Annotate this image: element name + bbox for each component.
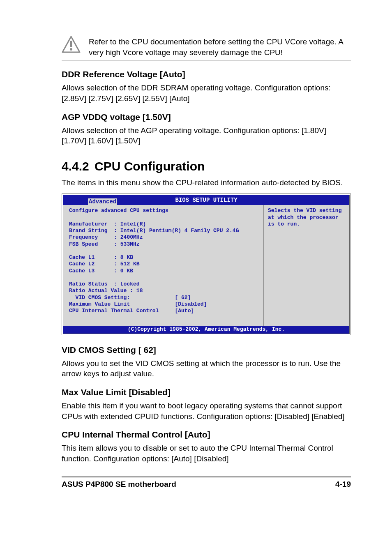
bios-screenshot: BIOS SETUP UTILITY Advanced Configure ad… (62, 193, 351, 335)
bios-tab-advanced: Advanced (88, 198, 117, 206)
warning-callout: Refer to the CPU documentation before se… (62, 36, 351, 58)
heading-citc: CPU Internal Thermal Control [Auto] (62, 430, 351, 440)
bios-copyright: (C)Copyright 1985-2002, American Megatre… (63, 326, 349, 333)
footer-right: 4-19 (335, 480, 351, 489)
heading-title: CPU Configuration (95, 159, 205, 173)
heading-ddr: DDR Reference Voltage [Auto] (62, 69, 351, 79)
para-citc: This item allows you to disable or set t… (62, 443, 351, 464)
rule-under-warning (62, 60, 351, 60)
para-maxval: Enable this item if you want to boot leg… (62, 401, 351, 421)
bios-titlebar: BIOS SETUP UTILITY Advanced (63, 195, 349, 205)
page-footer: ASUS P4P800 SE motherboard 4-19 (62, 480, 351, 489)
rule-top (62, 33, 351, 33)
bios-left-panel: Configure advanced CPU settings Manufact… (63, 205, 264, 326)
heading-maxval: Max Value Limit [Disabled] (62, 387, 351, 397)
heading-number: 4.4.2 (62, 159, 95, 173)
bios-config-heading: Configure advanced CPU settings (69, 207, 168, 214)
svg-point-2 (70, 48, 72, 51)
para-ddr: Allows selection of the DDR SDRAM operat… (62, 83, 351, 104)
heading-cpu-config: 4.4.2CPU Configuration (62, 159, 351, 173)
svg-rect-1 (70, 41, 72, 47)
bios-help-panel: Selects the VID setting at which the pro… (264, 205, 349, 326)
warning-icon (62, 36, 81, 53)
bios-info-block: Manufacturer : Intel(R) Brand String : I… (69, 221, 239, 314)
footer-left: ASUS P4P800 SE motherboard (62, 480, 176, 489)
heading-agp: AGP VDDQ voltage [1.50V] (62, 112, 351, 122)
heading-vid: VID CMOS Setting [ 62] (62, 345, 351, 355)
para-cpu-intro: The items in this menu show the CPU-rela… (62, 177, 351, 188)
para-agp: Allows selection of the AGP operating vo… (62, 125, 351, 146)
footer-rule (62, 477, 351, 477)
para-vid: Allows you to set the VID CMOS setting a… (62, 358, 351, 379)
warning-text: Refer to the CPU documentation before se… (89, 36, 351, 58)
